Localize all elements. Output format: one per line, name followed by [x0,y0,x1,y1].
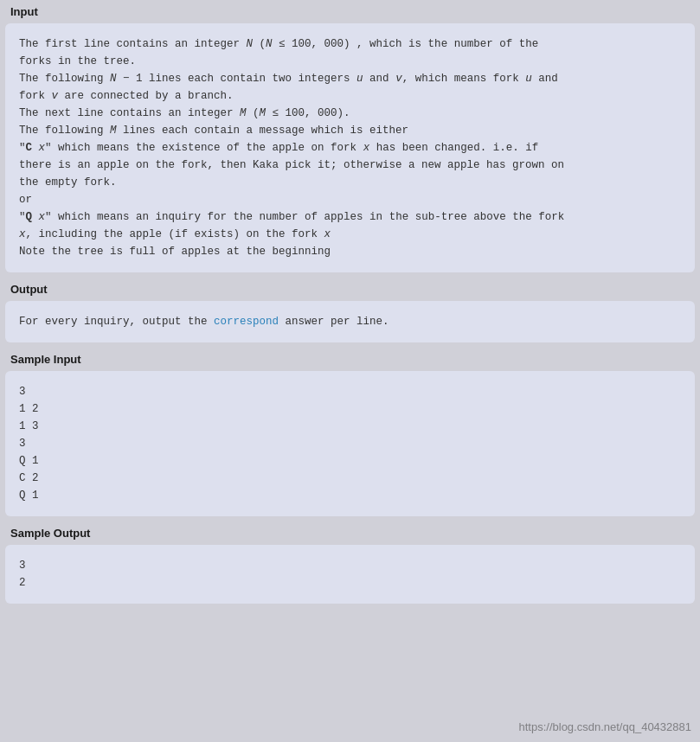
input-line-2: forks in the tree. [19,53,681,70]
input-line-6: The following M lines each contain a mes… [19,122,681,139]
output-section: Output For every inquiry, output the cor… [0,278,700,342]
input-line-11: "Q x" which means an inquiry for the num… [19,208,681,226]
output-header: Output [0,278,700,299]
output-line-1: For every inquiry, output the correspond… [19,313,681,330]
sample-output-header: Sample Output [0,521,700,543]
so-line-2: 2 [19,574,681,592]
sample-input-header: Sample Input [0,348,700,369]
input-line-13: Note the tree is full of apples at the b… [19,243,681,260]
input-line-12: x, including the apple (if exists) on th… [19,226,681,243]
sample-input-section: Sample Input 3 1 2 1 3 3 Q 1 C 2 Q 1 [0,348,700,516]
si-line-6: C 2 [19,470,681,487]
si-line-2: 1 2 [19,400,681,418]
input-line-8: there is an apple on the fork, then Kaka… [19,157,681,174]
input-line-5: The next line contains an integer M (M ≤… [19,105,681,122]
input-section: Input The first line contains an integer… [0,0,700,272]
input-line-7: "C x" which means the existence of the a… [19,139,681,157]
si-line-1: 3 [19,383,681,400]
si-line-5: Q 1 [19,452,681,470]
input-line-3: The following N − 1 lines each contain t… [19,70,681,87]
input-line-10: or [19,191,681,208]
input-line-4: fork v are connected by a branch. [19,87,681,105]
sample-output-body: 3 2 [5,545,695,604]
si-line-3: 1 3 [19,418,681,435]
si-line-7: Q 1 [19,487,681,504]
sample-input-body: 3 1 2 1 3 3 Q 1 C 2 Q 1 [5,371,695,516]
sample-output-section: Sample Output 3 2 [0,521,700,604]
input-body: The first line contains an integer N (N … [5,23,695,272]
si-line-4: 3 [19,435,681,452]
watermark: https://blog.csdn.net/qq_40432881 [519,720,692,733]
so-line-1: 3 [19,557,681,574]
input-line-9: the empty fork. [19,174,681,191]
input-line-1: The first line contains an integer N (N … [19,35,681,53]
output-body: For every inquiry, output the correspond… [5,301,695,342]
input-header: Input [0,0,700,22]
